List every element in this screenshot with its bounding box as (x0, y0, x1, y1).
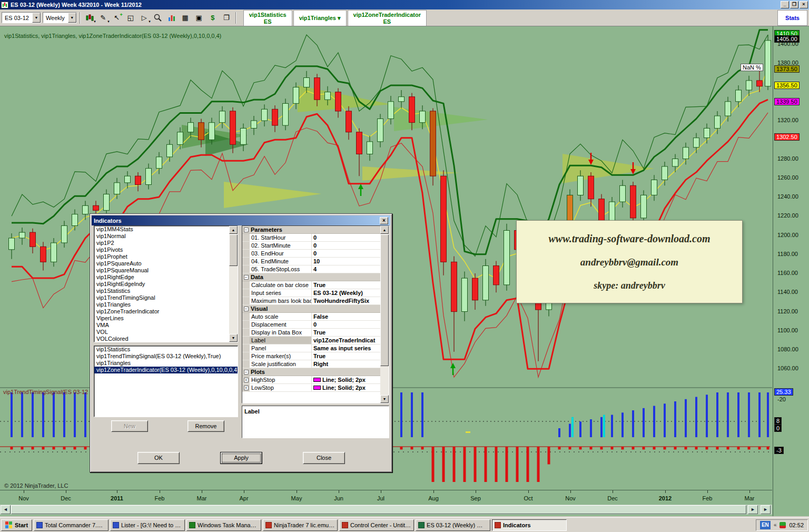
indicator-list-item[interactable]: vip1Normal (94, 233, 229, 240)
property-row[interactable]: Input seriesES 03-12 (Weekly) (242, 289, 381, 297)
minimize-icon[interactable]: _ (781, 1, 789, 8)
scroll-up-icon[interactable]: ▲ (380, 226, 389, 234)
property-section-header[interactable]: −Data (242, 273, 381, 281)
taskbar-button[interactable]: Control Center - Untitled1 (339, 519, 414, 531)
chart-style-icon[interactable]: ▾ (83, 12, 96, 24)
ok-button[interactable]: OK (137, 452, 180, 464)
data-grid-icon[interactable]: ▦ (179, 12, 192, 24)
horizontal-scrollbar[interactable]: ◄ ► ► (0, 505, 772, 515)
property-value[interactable]: 0 (312, 321, 381, 328)
indicator-tab-2[interactable]: vip1Triangles ▾ (293, 10, 347, 26)
new-button[interactable]: New (111, 420, 148, 432)
property-value[interactable]: ES 03-12 (Weekly) (312, 289, 381, 297)
applied-indicators-list[interactable]: vip1Statisticsvip1TrendTimingSignal(ES 0… (94, 346, 238, 417)
collapse-icon[interactable]: − (244, 370, 249, 375)
indicator-list-item[interactable]: vip1TrendTimingSignal (94, 294, 229, 301)
indicator-list-item[interactable]: vip1PSquareManual (94, 267, 229, 274)
scroll-down-icon[interactable]: ▼ (229, 334, 238, 342)
property-value[interactable]: Right (312, 360, 381, 368)
indicator-list-item[interactable]: vip1RightEdge (94, 274, 229, 281)
indicator-list-item[interactable]: vip1Triangles (94, 301, 229, 308)
property-value[interactable]: 0 (312, 250, 381, 257)
chevron-down-icon[interactable]: ▼ (68, 13, 76, 23)
indicator-list-item[interactable]: vip1Pivots (94, 247, 229, 253)
language-indicator[interactable]: EN (760, 521, 771, 529)
property-value[interactable]: Same as input series (312, 344, 381, 352)
indicator-list-item[interactable]: vip1P2 (94, 240, 229, 247)
property-row[interactable]: 04. EndMinute10 (242, 258, 381, 265)
indicator-list-item[interactable]: vip1ZoneTraderIndicator (94, 308, 229, 315)
property-value[interactable]: 0 (312, 242, 381, 249)
scroll-up-icon[interactable]: ▲ (229, 226, 238, 234)
indicator-list-item[interactable]: vip1RightEdgeIndy (94, 281, 229, 288)
property-value[interactable]: TwoHundredFiftySix (312, 297, 381, 304)
property-value[interactable]: Line; Solid; 2px (312, 376, 381, 383)
draw-icon[interactable]: ✎▾ (97, 12, 110, 24)
taskbar-button[interactable]: NinjaTrader 7 lic.emu v5.06 (263, 519, 338, 531)
applied-indicator-item[interactable]: vip1Triangles (94, 360, 238, 367)
indicator-tab-1[interactable]: vip1StatisticsES (243, 10, 292, 26)
close-button[interactable]: Close (303, 452, 345, 464)
property-row[interactable]: Calculate on bar closeTrue (242, 281, 381, 289)
indicator-list-item[interactable]: vip1PSquareAuto (94, 260, 229, 267)
property-value[interactable]: 0 (312, 234, 381, 241)
expand-icon[interactable]: + (244, 378, 249, 382)
cursor-icon[interactable]: ▷▾ (138, 12, 151, 24)
scroll-right-icon[interactable]: ► (748, 505, 758, 514)
grid-scrollbar[interactable]: ▲ ▼ (380, 226, 389, 403)
instrument-selector[interactable]: ES 03-12 ▼ (2, 12, 41, 23)
taskbar-button[interactable]: Lister - [G:\! Need to upl... (110, 519, 185, 531)
indicator-list-item[interactable]: vip1Prophet (94, 253, 229, 260)
tray-expand-icon[interactable]: « (774, 522, 777, 528)
property-row[interactable]: Auto scaleFalse (242, 313, 381, 321)
property-row[interactable]: Labelvip1ZoneTraderIndicat (242, 337, 381, 344)
indicator-list-item[interactable]: vip1Statistics (94, 288, 229, 294)
property-row[interactable]: Price marker(s)True (242, 352, 381, 360)
scrollbar-thumb[interactable] (380, 234, 389, 366)
property-row[interactable]: +HighStopLine; Solid; 2px (242, 376, 381, 384)
chevron-down-icon[interactable]: ▼ (32, 13, 41, 23)
expand-icon[interactable]: + (244, 386, 249, 390)
eraser-icon[interactable]: ◱ (124, 12, 137, 24)
property-value[interactable]: True (312, 329, 381, 336)
property-value[interactable]: True (312, 352, 381, 360)
restore-icon[interactable]: ❐ (790, 1, 798, 8)
stats-tab[interactable]: Stats (777, 10, 807, 26)
property-row[interactable]: +LowStopLine; Solid; 2px (242, 384, 381, 392)
scroll-end-icon[interactable]: ► (761, 505, 771, 514)
collapse-icon[interactable]: − (244, 307, 249, 311)
close-icon[interactable]: × (800, 1, 808, 8)
dialog-title-bar[interactable]: Indicators × (92, 215, 390, 225)
indicator-list-item[interactable]: vip1MM4Stats (94, 226, 229, 233)
list-scrollbar[interactable]: ▲ ▼ (229, 226, 238, 342)
property-value[interactable]: 10 (312, 258, 381, 265)
property-row[interactable]: PanelSame as input series (242, 344, 381, 352)
property-row[interactable]: 01. StartHour0 (242, 234, 381, 242)
taskbar-button[interactable]: Windows Task Manager (186, 519, 261, 531)
chart-area[interactable]: vip1Statistics, vip1Triangles, vip1ZoneT… (0, 26, 809, 516)
indicator-list-item[interactable]: VOL (94, 329, 229, 336)
property-section-header[interactable]: −Plots (242, 368, 381, 376)
close-icon[interactable]: × (380, 217, 388, 224)
property-row[interactable]: Display in Data BoxTrue (242, 329, 381, 337)
remove-button[interactable]: Remove (188, 420, 224, 432)
scroll-down-icon[interactable]: ▼ (380, 395, 389, 403)
chart-bars-icon[interactable] (165, 12, 178, 24)
property-row[interactable]: 03. EndHour0 (242, 250, 381, 258)
property-row[interactable]: Maximum bars look backTwoHundredFiftySix (242, 297, 381, 305)
period-selector[interactable]: Weekly ▼ (43, 12, 77, 23)
taskbar-button[interactable]: Indicators (492, 519, 567, 531)
scrollbar-thumb[interactable] (11, 505, 746, 514)
dollar-icon[interactable]: $ (206, 12, 219, 24)
available-indicators-list[interactable]: vip1MM4Statsvip1Normalvip1P2vip1Pivotsvi… (94, 225, 238, 342)
property-value[interactable]: 4 (312, 265, 381, 273)
property-value[interactable]: False (312, 313, 381, 320)
property-row[interactable]: 02. StartMinute0 (242, 242, 381, 250)
property-row[interactable]: Scale justificationRight (242, 360, 381, 368)
property-row[interactable]: Displacement0 (242, 321, 381, 329)
property-grid[interactable]: −Parameters01. StartHour002. StartMinute… (242, 225, 389, 403)
zoom-icon[interactable] (152, 12, 164, 24)
applied-indicator-item[interactable]: vip1Statistics (94, 346, 238, 353)
property-value[interactable]: Line; Solid; 2px (312, 384, 381, 391)
apply-button[interactable]: Apply (220, 452, 262, 464)
